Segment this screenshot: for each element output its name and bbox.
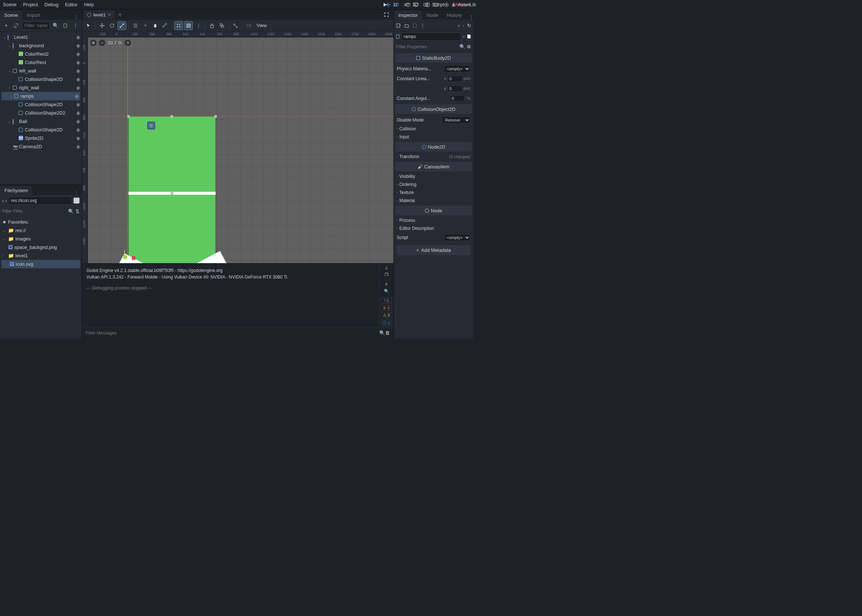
move-tool[interactable] xyxy=(98,21,107,30)
tree-node-background[interactable]: ⌄background◉ xyxy=(0,41,82,50)
output-tool-3[interactable]: ≡ xyxy=(381,281,392,287)
foldout-visibility[interactable]: ›Visibility xyxy=(394,172,473,181)
tree-node-colorrect[interactable]: ColorRect◉ xyxy=(0,58,82,67)
section-node[interactable]: Node xyxy=(395,206,472,215)
constant-angular-input[interactable] xyxy=(450,95,465,102)
output-warn-badge[interactable]: ⚠0 xyxy=(381,312,392,318)
visibility-toggle[interactable]: ◉ xyxy=(76,85,80,90)
tab-filesystem[interactable]: FileSystem xyxy=(0,186,32,195)
tree-node-level1[interactable]: ⌄Level1◉ xyxy=(0,33,82,41)
history-button[interactable]: ↻ xyxy=(467,23,471,28)
selection-handle[interactable] xyxy=(127,115,130,118)
add-metadata-button[interactable]: +Add Metadata xyxy=(397,245,470,255)
section-collisionobject2d[interactable]: CollisionObject2D xyxy=(395,104,472,114)
output-info-badge[interactable]: ⓘ1 xyxy=(381,319,392,326)
prop-physics-material[interactable]: Physics Materia... <empty> xyxy=(394,64,473,74)
close-tab-button[interactable]: × xyxy=(108,12,111,17)
add-node-button[interactable]: + xyxy=(2,22,10,30)
tab-import[interactable]: Import xyxy=(22,11,45,20)
select-tool[interactable] xyxy=(84,21,93,30)
section-node2d[interactable]: Node2D xyxy=(395,142,472,151)
tab-history[interactable]: History xyxy=(443,11,466,20)
tab-node[interactable]: Node xyxy=(422,11,442,20)
pause-button[interactable] xyxy=(392,2,399,8)
foldout-texture[interactable]: ›Texture xyxy=(394,189,473,196)
search-icon[interactable]: 🔍 xyxy=(379,330,385,336)
visibility-toggle[interactable]: ◉ xyxy=(75,93,79,99)
search-icon[interactable]: 🔍 xyxy=(68,209,74,214)
scale-tool[interactable] xyxy=(118,21,126,30)
prop-constant-angular[interactable]: Constant Angul... °/s xyxy=(394,93,473,103)
history-forward-button[interactable]: › xyxy=(463,23,464,28)
inspector-menu-icon[interactable]: ⋮ xyxy=(466,14,473,20)
tree-node-collisionshape2d2[interactable]: CollisionShape2D2◉ xyxy=(0,109,82,117)
workspace-script[interactable]: Script xyxy=(426,2,444,7)
menu-debug[interactable]: Debug xyxy=(44,2,58,7)
fs-item-res---[interactable]: ⌄📁res:// xyxy=(0,226,82,235)
search-icon[interactable]: 🔍 xyxy=(52,22,60,30)
fs-filter-input[interactable] xyxy=(2,209,67,214)
tree-node-right_wall[interactable]: ›right_wall◉ xyxy=(0,83,82,92)
visibility-toggle[interactable]: ◉ xyxy=(76,77,80,82)
tree-node-ramps[interactable]: ⌄ramps◉ xyxy=(2,92,80,100)
output-search[interactable]: 🔍 xyxy=(381,288,392,294)
visibility-toggle[interactable]: ◉ xyxy=(76,60,80,65)
section-staticbody2d[interactable]: StaticBody2D xyxy=(395,53,472,63)
output-filter-input[interactable] xyxy=(86,330,379,336)
visibility-toggle[interactable]: ◉ xyxy=(76,43,80,48)
foldout-input[interactable]: ›Input xyxy=(394,133,473,141)
foldout-transform[interactable]: ›Transform(3 changes) xyxy=(394,152,473,161)
viewport-2d[interactable]: -128012825638451264076889610241152128014… xyxy=(82,31,394,263)
pan-tool[interactable] xyxy=(151,21,160,30)
tree-node-colorrect2[interactable]: ColorRect2◉ xyxy=(0,50,82,58)
docs-button[interactable]: 📄 xyxy=(467,35,471,38)
lock-button[interactable] xyxy=(207,21,216,30)
section-canvasitem[interactable]: 🖌CanvasItem xyxy=(395,162,472,171)
output-log[interactable]: Godot Engine v4.2.1.stable.official.b09f… xyxy=(82,264,379,327)
script-dropdown[interactable]: <empty> xyxy=(444,234,470,241)
output-tool-2[interactable]: ❐ xyxy=(381,272,392,277)
dock-menu-icon[interactable]: ⋮ xyxy=(71,14,82,20)
visibility-toggle[interactable]: ◉ xyxy=(76,135,80,141)
fs-item-level1[interactable]: ›📁level1 xyxy=(0,251,82,260)
prop-disable-mode[interactable]: Disable Mode Remove xyxy=(394,115,473,125)
load-resource-button[interactable] xyxy=(404,23,409,28)
physics-material-dropdown[interactable]: <empty> xyxy=(444,65,470,72)
visibility-toggle[interactable]: ◉ xyxy=(76,35,80,40)
tree-node-collisionshape2d[interactable]: CollisionShape2D◉ xyxy=(0,126,82,134)
override-camera-button[interactable] xyxy=(245,21,253,30)
new-tab-button[interactable]: + xyxy=(115,11,125,18)
fs-forward-button[interactable]: › xyxy=(5,198,6,204)
fs-item-icon-svg[interactable]: 🖼icon.svg xyxy=(2,260,80,268)
fs-item-images[interactable]: ⌄📁images xyxy=(0,235,82,243)
property-filter-input[interactable] xyxy=(396,44,458,49)
visibility-toggle[interactable]: ◉ xyxy=(76,102,80,107)
tree-node-collisionshape2d[interactable]: CollisionShape2D◉ xyxy=(0,75,82,83)
visibility-toggle[interactable]: ◉ xyxy=(76,119,80,124)
scene-extra-menu[interactable]: ⋮ xyxy=(71,22,79,30)
visibility-toggle[interactable]: ◉ xyxy=(76,51,80,57)
foldout-collision[interactable]: ›Collision xyxy=(394,125,473,133)
instance-scene-button[interactable] xyxy=(12,22,20,30)
selection-handle[interactable] xyxy=(171,115,173,118)
gizmo-handle-red[interactable] xyxy=(132,256,135,260)
menu-project[interactable]: Project xyxy=(23,2,38,7)
visibility-toggle[interactable]: ◉ xyxy=(76,68,80,74)
search-icon[interactable]: 🔍 xyxy=(459,44,465,49)
rotate-tool[interactable] xyxy=(108,21,116,30)
view-menu[interactable]: View xyxy=(254,21,269,30)
snap-options-button[interactable]: ⋮ xyxy=(194,21,203,30)
tree-node-ball[interactable]: ⌄Ball◉ xyxy=(0,117,82,126)
tree-node-left_wall[interactable]: ⌄left_wall◉ xyxy=(0,67,82,75)
ruler-tool[interactable] xyxy=(161,21,170,30)
workspace-assetlib[interactable]: AssetLib xyxy=(451,2,473,7)
fs-back-button[interactable]: ‹ xyxy=(2,198,4,204)
attach-script-button[interactable] xyxy=(61,22,69,30)
grid-snap-button[interactable] xyxy=(184,21,193,30)
save-resource-button[interactable] xyxy=(412,23,417,28)
prop-constant-linear-y[interactable]: ypx/s xyxy=(394,83,473,93)
fs-sort-button[interactable]: ⇅ xyxy=(75,209,79,214)
inspector-body[interactable]: StaticBody2D Physics Materia... <empty> … xyxy=(394,52,473,338)
visibility-toggle[interactable]: ◉ xyxy=(76,144,80,149)
tab-inspector[interactable]: Inspector xyxy=(394,11,422,20)
